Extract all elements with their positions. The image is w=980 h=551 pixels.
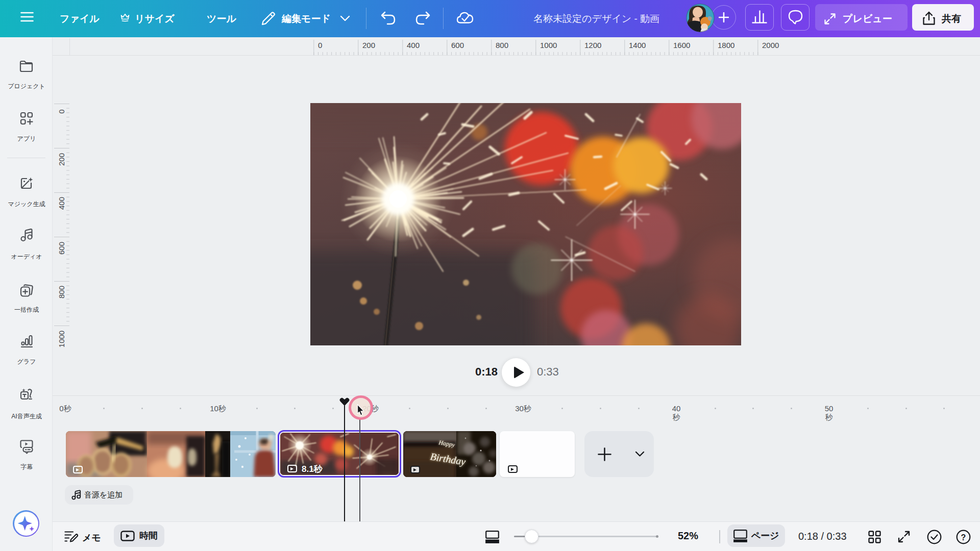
svg-text:?: ? <box>961 533 966 542</box>
